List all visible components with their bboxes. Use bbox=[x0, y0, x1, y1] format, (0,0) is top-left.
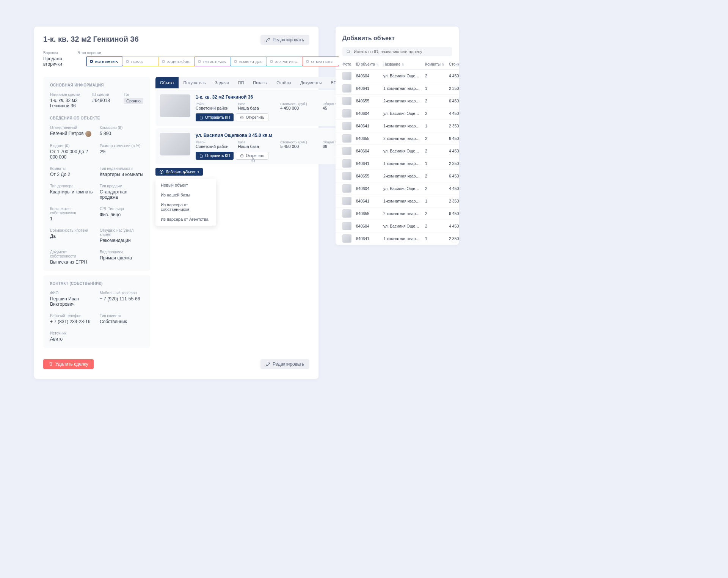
radio-icon bbox=[162, 60, 165, 63]
row-name: 2-комнатная квартира 33 bbox=[381, 132, 423, 145]
row-price: 2 350 000 bbox=[447, 195, 459, 207]
row-name: 1-комнатная квартира bbox=[381, 232, 423, 245]
row-id: 840604 bbox=[354, 145, 381, 157]
column-header[interactable]: Название⇅ bbox=[381, 60, 423, 70]
tab-отчёты[interactable]: Отчёты bbox=[272, 77, 295, 88]
info-field: КомнатыОт 2 До 2 bbox=[50, 166, 94, 177]
unpin-button[interactable]: Открепить bbox=[236, 113, 268, 121]
tab-показы[interactable]: Показы bbox=[248, 77, 272, 88]
row-rooms: 1 bbox=[423, 82, 447, 95]
column-header[interactable]: Стоимость⇅ bbox=[447, 60, 459, 70]
table-row[interactable]: 840641 1-комнатная квартира 1 2 350 000 bbox=[336, 120, 459, 132]
row-thumb bbox=[342, 122, 351, 130]
send-kp-button[interactable]: Отправить КП bbox=[196, 152, 234, 160]
table-row[interactable]: 840655 2-комнатная квартира 33 2 6 450 0… bbox=[336, 132, 459, 145]
radio-icon bbox=[234, 60, 237, 63]
table-row[interactable]: 840655 2-комнатная квартира 33 2 6 450 0… bbox=[336, 170, 459, 182]
dropdown-item[interactable]: Из парсера от Агентства bbox=[155, 214, 216, 224]
deal-name-field: Название сделки 1-к. кв. 32 м2 Генкиной … bbox=[50, 93, 88, 108]
info-field: Откуда о нас узнал клиентРекомендации bbox=[100, 228, 143, 243]
tag-badge: Срочно bbox=[124, 98, 143, 104]
row-name: 1-комнатная квартира bbox=[381, 157, 423, 170]
stage-5[interactable]: ЗАКРЫТИЕ СДЕ… bbox=[267, 57, 303, 66]
delete-deal-button[interactable]: Удалить сделку bbox=[43, 359, 94, 369]
row-rooms: 1 bbox=[423, 232, 447, 245]
add-object-button[interactable]: Добавить объект ▾ bbox=[155, 168, 203, 176]
tab-покупатель[interactable]: Покупатель bbox=[179, 77, 210, 88]
row-id: 840655 bbox=[354, 95, 381, 107]
row-name: ул. Василия Ощепкова 3 45.0 кв.м bbox=[381, 145, 423, 157]
object-thumb bbox=[160, 94, 190, 117]
search-input[interactable] bbox=[354, 49, 448, 54]
edit-button[interactable]: Редактировать bbox=[260, 35, 309, 45]
row-id: 840604 bbox=[354, 182, 381, 195]
stage-label: Этап воронки bbox=[77, 51, 348, 55]
row-rooms: 1 bbox=[423, 195, 447, 207]
row-id: 840641 bbox=[354, 82, 381, 95]
info-field: Комиссия (₽)5 890 bbox=[100, 126, 143, 137]
row-thumb bbox=[342, 72, 351, 80]
stage-1[interactable]: ПОКАЗ bbox=[122, 57, 158, 66]
document-icon bbox=[199, 116, 203, 119]
table-row[interactable]: 840641 1-комнатная квартира 1 2 350 000 bbox=[336, 232, 459, 245]
row-rooms: 2 bbox=[423, 170, 447, 182]
column-header[interactable]: ID объекта⇅ bbox=[354, 60, 381, 70]
table-row[interactable]: 840641 1-комнатная квартира 1 2 350 000 bbox=[336, 82, 459, 95]
row-thumb bbox=[342, 97, 351, 105]
dropdown-item[interactable]: Новый объект bbox=[155, 180, 216, 190]
table-row[interactable]: 840641 1-комнатная квартира 1 2 350 000 bbox=[336, 157, 459, 170]
edit-button-bottom[interactable]: Редактировать bbox=[260, 359, 309, 369]
row-name: ул. Василия Ощепкова 3 45.0 кв.м bbox=[381, 70, 423, 82]
stage-3[interactable]: РЕГИСТРАЦИЯ… bbox=[195, 57, 231, 66]
info-field: Тип недвижимостиКвартиры и комнаты bbox=[100, 166, 143, 177]
object-thumb bbox=[160, 133, 190, 155]
row-price: 4 450 000 bbox=[447, 70, 459, 82]
column-header[interactable]: Комнаты⇅ bbox=[423, 60, 447, 70]
send-kp-button[interactable]: Отправить КП bbox=[196, 113, 234, 121]
table-row[interactable]: 840604 ул. Василия Ощепкова 3 45.0 кв.м … bbox=[336, 220, 459, 232]
table-row[interactable]: 840604 ул. Василия Ощепкова 3 45.0 кв.м … bbox=[336, 145, 459, 157]
table-row[interactable]: 840641 1-комнатная квартира 1 2 350 000 bbox=[336, 195, 459, 207]
row-price: 4 450 000 bbox=[447, 107, 459, 120]
row-name: 1-комнатная квартира bbox=[381, 195, 423, 207]
row-thumb bbox=[342, 222, 351, 230]
dropdown-item[interactable]: Из нашей базы bbox=[155, 190, 216, 200]
radio-icon bbox=[90, 60, 93, 63]
row-thumb bbox=[342, 84, 351, 93]
row-id: 840655 bbox=[354, 132, 381, 145]
search-box[interactable] bbox=[342, 47, 452, 56]
dropdown-item[interactable]: Из парсера от собственников bbox=[155, 200, 216, 214]
stage-0[interactable]: ЕСТЬ ИНТЕРЕС bbox=[86, 57, 122, 66]
contact-title: КОНТАКТ (СОБСТВЕННИК) bbox=[50, 281, 143, 286]
object-card: ул. Василия Ощепкова 3 45.0 кв.м РайонСо… bbox=[155, 128, 366, 164]
row-id: 840641 bbox=[354, 232, 381, 245]
row-rooms: 2 bbox=[423, 107, 447, 120]
stage-4[interactable]: ВОЗВРАТ ДОКУ… bbox=[231, 57, 267, 66]
tabs: ОбъектПокупательЗадачиПППоказыОтчётыДоку… bbox=[155, 77, 366, 88]
objects-table: ФотоID объекта⇅Название⇅Комнаты⇅Стоимост… bbox=[336, 60, 459, 245]
table-row[interactable]: 840655 2-комнатная квартира 33 2 6 450 0… bbox=[336, 95, 459, 107]
table-row[interactable]: 840655 2-комнатная квартира 33 2 6 450 0… bbox=[336, 207, 459, 220]
row-name: 2-комнатная квартира 33 bbox=[381, 170, 423, 182]
stage-6[interactable]: ОТКАЗ ПОКУПА… bbox=[303, 57, 339, 66]
row-rooms: 2 bbox=[423, 145, 447, 157]
unlink-icon bbox=[240, 154, 244, 158]
row-rooms: 2 bbox=[423, 132, 447, 145]
row-price: 6 450 000 bbox=[447, 132, 459, 145]
tab-задачи[interactable]: Задачи bbox=[210, 77, 234, 88]
tag-field: Тэг Срочно bbox=[124, 93, 143, 108]
tab-объект[interactable]: Объект bbox=[155, 77, 179, 88]
table-row[interactable]: 840604 ул. Василия Ощепкова 3 45.0 кв.м … bbox=[336, 107, 459, 120]
tab-документы[interactable]: Документы bbox=[296, 77, 326, 88]
page-title: 1-к. кв. 32 м2 Генкиной 36 bbox=[43, 35, 139, 44]
row-name: 1-комнатная квартира bbox=[381, 82, 423, 95]
row-rooms: 2 bbox=[423, 207, 447, 220]
row-thumb bbox=[342, 197, 351, 205]
row-thumb bbox=[342, 147, 351, 155]
plus-circle-icon bbox=[159, 170, 164, 174]
row-name: 2-комнатная квартира 33 bbox=[381, 207, 423, 220]
table-row[interactable]: 840604 ул. Василия Ощепкова 3 45.0 кв.м … bbox=[336, 70, 459, 82]
stage-2[interactable]: ЗАДАТОК/АВА… bbox=[158, 57, 195, 66]
tab-пп[interactable]: ПП bbox=[234, 77, 249, 88]
table-row[interactable]: 840604 ул. Василия Ощепкова 3 45.0 кв.м … bbox=[336, 182, 459, 195]
